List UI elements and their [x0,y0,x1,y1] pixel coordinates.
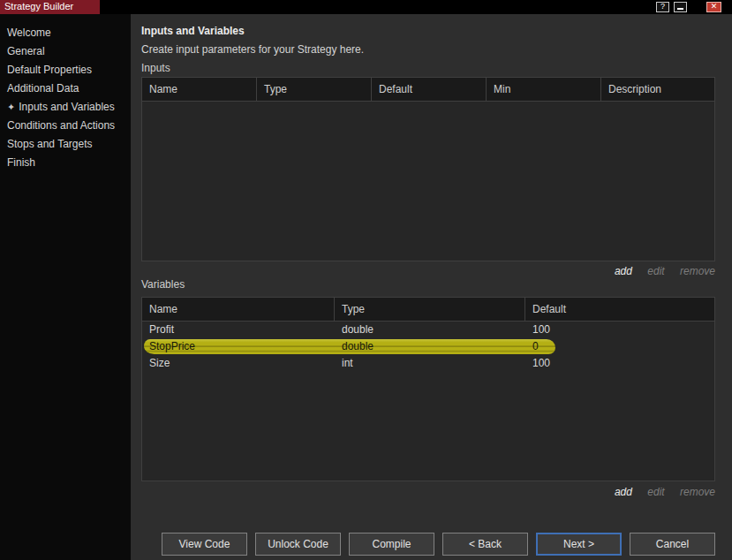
next-button[interactable]: Next > [536,533,622,556]
back-button[interactable]: < Back [442,533,528,556]
variables-table-header: Name Type Default [142,298,714,322]
sidebar-item-label: Additional Data [7,82,79,95]
inputs-col-min[interactable]: Min [487,78,601,101]
sidebar-item-label: Conditions and Actions [7,119,115,132]
table-row-size[interactable]: Size int 100 [142,355,714,372]
title-bar[interactable]: Strategy Builder ? ✕ [0,0,732,14]
window-title: Strategy Builder [0,0,100,14]
inputs-table: Name Type Default Min Description [141,77,715,261]
content-panel: Inputs and Variables Create input parame… [131,14,732,560]
close-button[interactable]: ✕ [706,2,721,12]
inputs-col-name[interactable]: Name [142,78,257,101]
unlock-code-button[interactable]: Unlock Code [255,533,341,556]
sidebar-item-label: Stops and Targets [7,138,93,150]
table-row-stopprice[interactable]: StopPrice double 0 [142,338,714,355]
variables-section-label: Variables [141,278,185,291]
compile-button[interactable]: Compile [349,533,434,556]
sidebar-item-inputs-and-variables[interactable]: ✦Inputs and Variables [0,98,131,117]
cell-name: Size [142,355,335,372]
help-icon: ? [660,2,665,11]
view-code-button[interactable]: View Code [162,533,247,556]
inputs-col-default[interactable]: Default [372,78,487,101]
page-title: Inputs and Variables [141,25,245,37]
sidebar-item-label: Welcome [7,26,51,39]
variables-table: Name Type Default Profit double 100 Stop… [141,297,715,481]
variables-add-link[interactable]: add [615,486,632,498]
sidebar-item-label: General [7,45,45,57]
cancel-button[interactable]: Cancel [630,533,715,556]
sidebar-item-finish[interactable]: Finish [0,154,131,172]
active-step-icon: ✦ [7,102,15,112]
variables-col-default[interactable]: Default [525,298,714,321]
cell-type: int [335,355,525,372]
inputs-section-label: Inputs [141,62,170,74]
variables-actions: add edit remove [141,486,715,498]
wizard-button-row: View Code Unlock Code Compile < Back Nex… [141,533,715,556]
variables-col-name[interactable]: Name [142,298,335,321]
sidebar-item-additional-data[interactable]: Additional Data [0,79,131,98]
cell-type: double [335,322,525,338]
inputs-col-type[interactable]: Type [257,78,372,101]
cell-default: 100 [525,322,714,338]
inputs-edit-link[interactable]: edit [647,265,664,277]
sidebar-item-label: Finish [7,156,35,169]
table-row-profit[interactable]: Profit double 100 [142,322,714,338]
close-icon: ✕ [711,2,718,11]
minimize-icon [677,8,683,10]
wizard-steps-sidebar: Welcome General Default Properties Addit… [0,14,131,560]
sidebar-item-conditions-and-actions[interactable]: Conditions and Actions [0,117,131,135]
inputs-table-body [142,102,714,261]
inputs-remove-link[interactable]: remove [680,265,715,277]
page-subtitle: Create input parameters for your Strateg… [141,43,364,56]
help-button[interactable]: ? [656,2,669,12]
cell-name: StopPrice [142,338,335,355]
inputs-actions: add edit remove [141,265,715,277]
sidebar-item-general[interactable]: General [0,42,131,61]
sidebar-item-label: Default Properties [7,64,92,76]
variables-edit-link[interactable]: edit [647,486,664,498]
variables-col-type[interactable]: Type [335,298,525,321]
variables-table-body: Profit double 100 StopPrice double 0 Siz… [142,322,714,372]
sidebar-item-welcome[interactable]: Welcome [0,24,131,42]
minimize-button[interactable] [674,2,687,12]
variables-remove-link[interactable]: remove [680,486,715,498]
cell-type: double [335,338,525,355]
strategy-builder-window: Strategy Builder ? ✕ Welcome General Def… [0,0,732,560]
sidebar-item-stops-and-targets[interactable]: Stops and Targets [0,135,131,154]
inputs-add-link[interactable]: add [615,265,632,277]
sidebar-item-default-properties[interactable]: Default Properties [0,61,131,79]
cell-default: 100 [525,355,714,372]
cell-default: 0 [525,338,714,355]
cell-name: Profit [142,322,335,338]
sidebar-item-label: Inputs and Variables [19,101,115,113]
inputs-col-description[interactable]: Description [601,78,714,101]
inputs-table-header: Name Type Default Min Description [142,78,714,102]
